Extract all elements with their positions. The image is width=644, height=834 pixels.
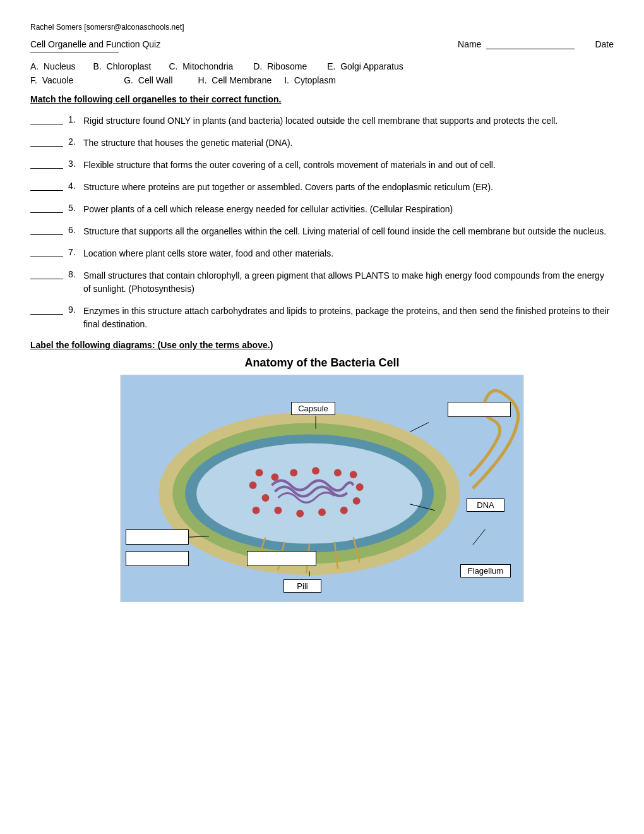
organelle-d: D. Ribosome <box>253 61 307 71</box>
answer-blank-1[interactable] <box>30 114 63 124</box>
q-number-6: 6. <box>68 225 83 235</box>
svg-point-6 <box>262 494 270 502</box>
question-2: 2. The structure that houses the genetic… <box>30 136 614 150</box>
section-title: Match the following cell organelles to t… <box>30 94 614 104</box>
email-line: Rachel Somers [somersr@alconaschools.net… <box>30 23 614 32</box>
svg-point-15 <box>334 469 342 476</box>
organelle-h: H. Cell Membrane <box>198 75 272 85</box>
dna-label: DNA <box>467 499 504 512</box>
name-label: Name <box>458 39 481 49</box>
question-8: 8. Small structures that contain chlorop… <box>30 269 614 296</box>
q-number-4: 4. <box>68 181 83 191</box>
answer-blank-5[interactable] <box>30 203 63 213</box>
label-instruction: Label the following diagrams: (Use only … <box>30 340 614 350</box>
q-text-9: Enzymes in this structure attach carbohy… <box>83 305 614 331</box>
organelle-e: E. Golgi Apparatus <box>327 61 403 71</box>
left-empty-label-1[interactable] <box>126 529 189 545</box>
q-text-4: Structure where proteins are put togethe… <box>83 181 493 194</box>
name-blank[interactable] <box>486 39 575 49</box>
label-instruction-text: Label the following diagrams: ( <box>30 340 160 350</box>
q-number-9: 9. <box>68 305 83 315</box>
q-text-3: Flexible structure that forms the outer … <box>83 159 496 172</box>
q-number-5: 5. <box>68 203 83 213</box>
capsule-label: Capsule <box>291 402 335 415</box>
svg-point-19 <box>256 469 263 476</box>
svg-point-17 <box>290 469 297 476</box>
svg-point-18 <box>271 473 278 481</box>
pili-label: Pili <box>283 579 321 593</box>
q-text-1: Rigid structure found ONLY in plants (an… <box>83 114 558 128</box>
svg-point-5 <box>249 481 257 489</box>
answer-blank-3[interactable] <box>30 159 63 169</box>
organelle-a: A. Nucleus <box>30 61 76 71</box>
date-label: Date <box>595 39 614 49</box>
label-instruction-end: .) <box>268 340 273 350</box>
answer-blank-7[interactable] <box>30 247 63 257</box>
answer-blank-6[interactable] <box>30 225 63 235</box>
organelle-c: C. Mitochondria <box>169 61 233 71</box>
organelles-row-1: A. Nucleus B. Chloroplast C. Mitochondri… <box>30 61 614 71</box>
organelle-b: B. Chloroplast <box>93 61 152 71</box>
left-empty-label-2[interactable] <box>126 551 189 566</box>
quiz-title: Cell Organelle and Function Quiz <box>30 39 295 49</box>
q-text-8: Small structures that contain chlorophyl… <box>83 269 614 296</box>
q-text-2: The structure that houses the genetic ma… <box>83 136 292 150</box>
q-number-2: 2. <box>68 136 83 147</box>
bottom-center-empty-label[interactable] <box>247 551 316 566</box>
answer-blank-9[interactable] <box>30 305 63 315</box>
question-5: 5. Power plants of a cell which release … <box>30 203 614 216</box>
svg-point-13 <box>356 483 364 491</box>
question-3: 3. Flexible structure that forms the out… <box>30 159 614 172</box>
organelle-f: F. Vacuole <box>30 75 73 85</box>
q-number-8: 8. <box>68 269 83 279</box>
q-number-3: 3. <box>68 159 83 169</box>
q-number-7: 7. <box>68 247 83 257</box>
svg-point-12 <box>353 497 361 505</box>
question-1: 1. Rigid structure found ONLY in plants … <box>30 114 614 128</box>
answer-blank-8[interactable] <box>30 269 63 279</box>
questions-list: 1. Rigid structure found ONLY in plants … <box>30 114 614 331</box>
answer-blank-2[interactable] <box>30 136 63 147</box>
label-instruction-bold: Use only the terms above <box>160 340 268 350</box>
q-text-6: Structure that supports all the organell… <box>83 225 606 238</box>
svg-point-9 <box>296 510 304 517</box>
bacteria-diagram: Capsule DNA Flagellum Pili <box>120 375 524 602</box>
diagram-title: Anatomy of the Bacteria Cell <box>30 356 614 370</box>
question-9: 9. Enzymes in this structure attach carb… <box>30 305 614 331</box>
svg-point-8 <box>274 507 282 514</box>
q-text-5: Power plants of a cell which release ene… <box>83 203 453 216</box>
svg-point-7 <box>253 507 260 514</box>
question-7: 7. Location where plant cells store wate… <box>30 247 614 260</box>
question-6: 6. Structure that supports all the organ… <box>30 225 614 238</box>
flagellum-label: Flagellum <box>460 564 511 577</box>
organelle-i: I. Cytoplasm <box>284 75 336 85</box>
q-number-1: 1. <box>68 114 83 124</box>
svg-point-10 <box>318 509 326 516</box>
answer-blank-4[interactable] <box>30 181 63 191</box>
svg-point-16 <box>312 467 319 474</box>
organelles-row-2: F. Vacuole G. Cell Wall H. Cell Membrane… <box>30 75 614 85</box>
svg-point-14 <box>350 471 357 478</box>
question-4: 4. Structure where proteins are put toge… <box>30 181 614 194</box>
top-right-empty-label[interactable] <box>448 402 511 417</box>
q-text-7: Location where plant cells store water, … <box>83 247 333 260</box>
svg-point-11 <box>340 507 348 514</box>
organelle-g: G. Cell Wall <box>124 75 172 85</box>
